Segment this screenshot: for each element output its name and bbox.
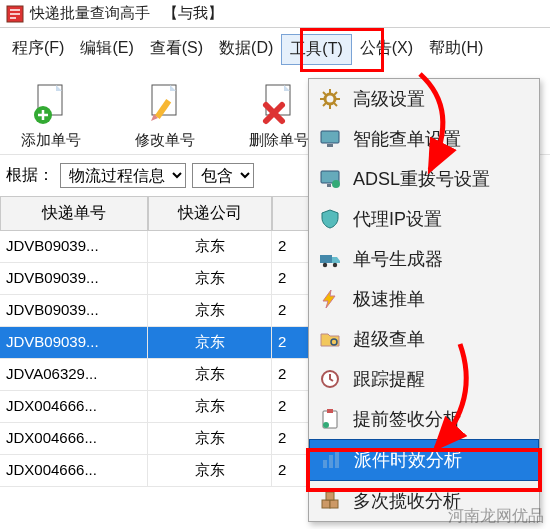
svg-rect-37 [326, 492, 334, 500]
svg-point-22 [332, 180, 340, 188]
monitor-icon [319, 128, 341, 150]
tools-menu-item-4[interactable]: 单号生成器 [309, 239, 539, 279]
col-header-tracking-no[interactable]: 快递单号 [0, 196, 148, 231]
bolt-icon [319, 288, 341, 310]
cell-company: 京东 [148, 231, 272, 263]
tools-menu-item-label: ADSL重拨号设置 [353, 167, 490, 191]
svg-rect-30 [327, 409, 333, 413]
menu-item-1[interactable]: 编辑(E) [72, 34, 141, 65]
tools-menu-item-label: 跟踪提醒 [353, 367, 425, 391]
table-row[interactable]: JDVB09039...京东2 [0, 231, 320, 263]
svg-rect-34 [335, 451, 339, 468]
tools-menu-item-label: 代理IP设置 [353, 207, 442, 231]
tools-menu-item-label: 智能查单设置 [353, 127, 461, 151]
table-row[interactable]: JDX004666...京东2 [0, 423, 320, 455]
filter-field-select[interactable]: 物流过程信息 [60, 163, 186, 188]
svg-point-26 [333, 263, 337, 267]
tools-menu-item-label: 提前签收分析 [353, 407, 461, 431]
tools-menu-item-9[interactable]: 派件时效分析 [309, 439, 539, 481]
cell-tracking-no: JDVB09039... [0, 231, 148, 263]
svg-point-25 [323, 263, 327, 267]
app-title: 快递批量查询高手 [30, 4, 150, 21]
toolbar-btn-add-doc[interactable]: 添加单号 [6, 81, 96, 150]
toolbar-btn-edit-doc[interactable]: 修改单号 [120, 81, 210, 150]
tools-menu-item-2[interactable]: ADSL重拨号设置 [309, 159, 539, 199]
menu-item-2[interactable]: 查看(S) [142, 34, 211, 65]
clipboard-icon [319, 408, 341, 430]
tools-menu-item-6[interactable]: 超级查单 [309, 319, 539, 359]
toolbar-btn-label: 添加单号 [21, 131, 81, 150]
cell-tracking-no: JDVB09039... [0, 295, 148, 327]
toolbar-btn-label: 删除单号 [249, 131, 309, 150]
toolbar-btn-label: 修改单号 [135, 131, 195, 150]
watermark: 河南龙网优品 [448, 506, 544, 527]
tools-menu-item-3[interactable]: 代理IP设置 [309, 199, 539, 239]
svg-rect-19 [321, 131, 339, 143]
delete-doc-icon [256, 81, 302, 127]
table-row[interactable]: JDX004666...京东2 [0, 455, 320, 487]
data-grid[interactable]: 快递单号 快递公司 JDVB09039...京东2JDVB09039...京东2… [0, 196, 320, 487]
cell-tracking-no: JDVA06329... [0, 359, 148, 391]
edit-doc-icon [142, 81, 188, 127]
table-row[interactable]: JDVA06329...京东2 [0, 359, 320, 391]
tools-menu-item-label: 单号生成器 [353, 247, 443, 271]
svg-rect-35 [322, 500, 330, 508]
tools-menu-item-7[interactable]: 跟踪提醒 [309, 359, 539, 399]
add-doc-icon [28, 81, 74, 127]
tools-menu-item-label: 极速推单 [353, 287, 425, 311]
svg-point-31 [323, 422, 329, 428]
tools-menu-item-label: 超级查单 [353, 327, 425, 351]
svg-point-10 [325, 94, 335, 104]
app-title-suffix: 【与我】 [163, 4, 223, 21]
tools-dropdown-menu[interactable]: 高级设置智能查单设置ADSL重拨号设置代理IP设置单号生成器极速推单超级查单跟踪… [308, 78, 540, 522]
table-row[interactable]: JDVB09039...京东2 [0, 327, 320, 359]
tools-menu-item-8[interactable]: 提前签收分析 [309, 399, 539, 439]
boxes-icon [319, 490, 341, 512]
folder-search-icon [319, 328, 341, 350]
tools-menu-item-5[interactable]: 极速推单 [309, 279, 539, 319]
cell-company: 京东 [148, 391, 272, 423]
tools-menu-item-label: 多次揽收分析 [353, 489, 461, 513]
menu-item-0[interactable]: 程序(F) [4, 34, 72, 65]
table-row[interactable]: JDVB09039...京东2 [0, 263, 320, 295]
menu-item-3[interactable]: 数据(D) [211, 34, 281, 65]
filter-op-select[interactable]: 包含 [192, 163, 254, 188]
svg-rect-32 [323, 460, 327, 468]
tools-menu-item-label: 高级设置 [353, 87, 425, 111]
cell-company: 京东 [148, 295, 272, 327]
svg-line-16 [334, 103, 337, 106]
svg-rect-33 [329, 455, 333, 468]
tools-menu-item-1[interactable]: 智能查单设置 [309, 119, 539, 159]
menu-item-4[interactable]: 工具(T) [281, 34, 351, 65]
table-row[interactable]: JDVB09039...京东2 [0, 295, 320, 327]
cell-company: 京东 [148, 327, 272, 359]
svg-line-15 [323, 92, 326, 95]
cell-tracking-no: JDX004666... [0, 423, 148, 455]
svg-rect-23 [327, 184, 331, 187]
cell-company: 京东 [148, 455, 272, 487]
cell-tracking-no: JDX004666... [0, 391, 148, 423]
menu-item-5[interactable]: 公告(X) [352, 34, 421, 65]
col-header-company[interactable]: 快递公司 [148, 196, 272, 231]
title-bar: 快递批量查询高手 【与我】 [0, 0, 550, 28]
bar-chart-icon [320, 449, 342, 471]
grid-header: 快递单号 快递公司 [0, 196, 320, 231]
cell-tracking-no: JDVB09039... [0, 263, 148, 295]
shield-icon [319, 208, 341, 230]
app-icon [6, 5, 24, 23]
cell-tracking-no: JDX004666... [0, 455, 148, 487]
svg-rect-20 [327, 144, 333, 147]
menu-item-6[interactable]: 帮助(H) [421, 34, 491, 65]
svg-line-17 [323, 103, 326, 106]
filter-root-label: 根据： [6, 165, 54, 186]
cell-company: 京东 [148, 359, 272, 391]
cell-company: 京东 [148, 423, 272, 455]
cell-tracking-no: JDVB09039... [0, 327, 148, 359]
svg-rect-36 [330, 500, 338, 508]
clock-icon [319, 368, 341, 390]
monitor-net-icon [319, 168, 341, 190]
menubar: 程序(F)编辑(E)查看(S)数据(D)工具(T)公告(X)帮助(H) [0, 28, 550, 71]
gear-icon [319, 88, 341, 110]
table-row[interactable]: JDX004666...京东2 [0, 391, 320, 423]
tools-menu-item-0[interactable]: 高级设置 [309, 79, 539, 119]
